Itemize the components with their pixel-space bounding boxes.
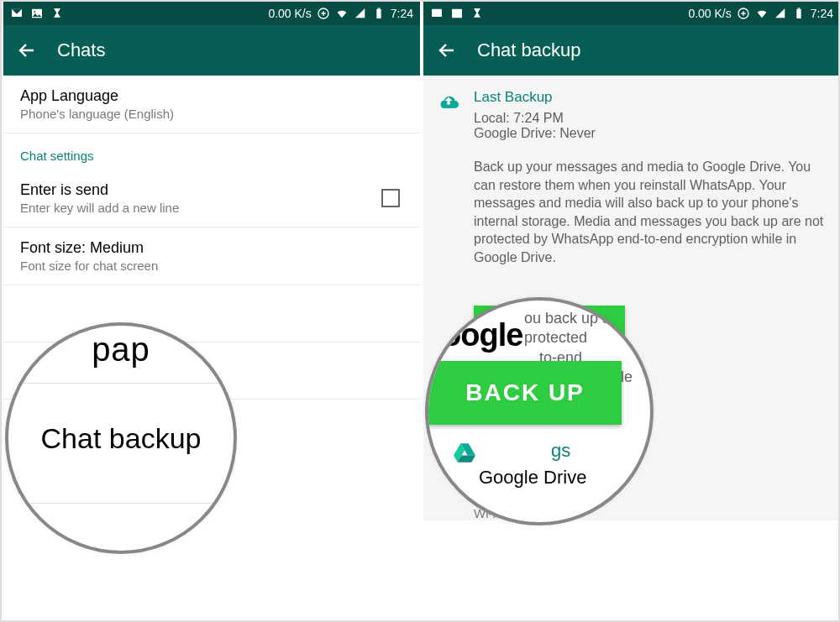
mag-gd-title-fragment: gs (551, 440, 570, 462)
row-sub: Font size for chat screen (20, 259, 403, 273)
row-app-language[interactable]: App Language Phone's language (English) (3, 76, 420, 133)
status-bar: 0.00 K/s 7:24 (423, 2, 840, 25)
mag-row-fragment: Google Drive (479, 467, 586, 489)
svg-rect-10 (797, 8, 800, 8)
mag-back-up-button[interactable]: BACK UP (428, 361, 622, 425)
app-bar-title: Chat backup (477, 39, 581, 61)
message-icon (10, 7, 24, 20)
row-label: App Language (20, 87, 403, 105)
last-backup-section: Last Backup Local: 7:24 PM Google Drive:… (423, 76, 840, 280)
svg-rect-4 (376, 9, 381, 18)
row-enter-is-send[interactable]: Enter is send Enter key will add a new l… (3, 170, 420, 227)
data-saver-icon (737, 7, 750, 20)
cloud-upload-icon (437, 91, 460, 109)
signal-icon (354, 7, 367, 20)
checkbox-enter-send[interactable] (381, 189, 400, 207)
row-sub: Enter key will add a new line (20, 201, 403, 215)
hourglass-icon (50, 7, 64, 20)
image-icon (30, 7, 44, 20)
last-backup-drive: Google Drive: Never (474, 126, 827, 141)
image-icon (450, 7, 464, 20)
row-font-size[interactable]: Font size: Medium Font size for chat scr… (3, 227, 420, 285)
svg-rect-6 (432, 9, 442, 17)
status-bar: 0.00 K/s 7:24 (3, 2, 420, 25)
magnifier-chat-backup: pap Chat backup (5, 322, 237, 554)
battery-icon (792, 7, 806, 20)
signal-icon (774, 7, 787, 20)
wifi-icon (755, 7, 769, 20)
svg-rect-5 (377, 8, 380, 8)
svg-point-2 (34, 11, 35, 13)
backup-description: Back up your messages and media to Googl… (474, 158, 827, 267)
svg-rect-9 (796, 9, 801, 18)
clock: 7:24 (391, 7, 413, 20)
row-label: Font size: Medium (20, 239, 403, 257)
app-bar: Chat backup (423, 25, 840, 76)
mag-partial-text: pap (92, 331, 150, 368)
clock: 7:24 (811, 7, 833, 20)
network-speed: 0.00 K/s (268, 7, 311, 20)
section-chat-settings: Chat settings (3, 133, 420, 170)
last-backup-title: Last Backup (474, 89, 827, 106)
row-label: Enter is send (20, 181, 403, 199)
wifi-icon (335, 7, 349, 20)
battery-icon (372, 7, 386, 20)
magnifier-back-up-button: oogle ou back up are not protected to-en… (425, 297, 654, 525)
back-icon[interactable] (17, 40, 37, 60)
google-drive-icon (452, 442, 477, 463)
last-backup-local: Local: 7:24 PM (474, 111, 827, 126)
row-sub: Phone's language (English) (20, 107, 403, 121)
message-icon (430, 7, 444, 20)
svg-rect-7 (452, 9, 462, 18)
app-bar: Chats (3, 25, 420, 76)
network-speed: 0.00 K/s (688, 7, 731, 20)
mag-label: Chat backup (41, 422, 202, 455)
app-bar-title: Chats (57, 39, 105, 61)
row-hidden-1[interactable] (3, 285, 420, 342)
data-saver-icon (317, 7, 330, 20)
hourglass-icon (470, 7, 484, 20)
back-icon[interactable] (437, 40, 457, 60)
